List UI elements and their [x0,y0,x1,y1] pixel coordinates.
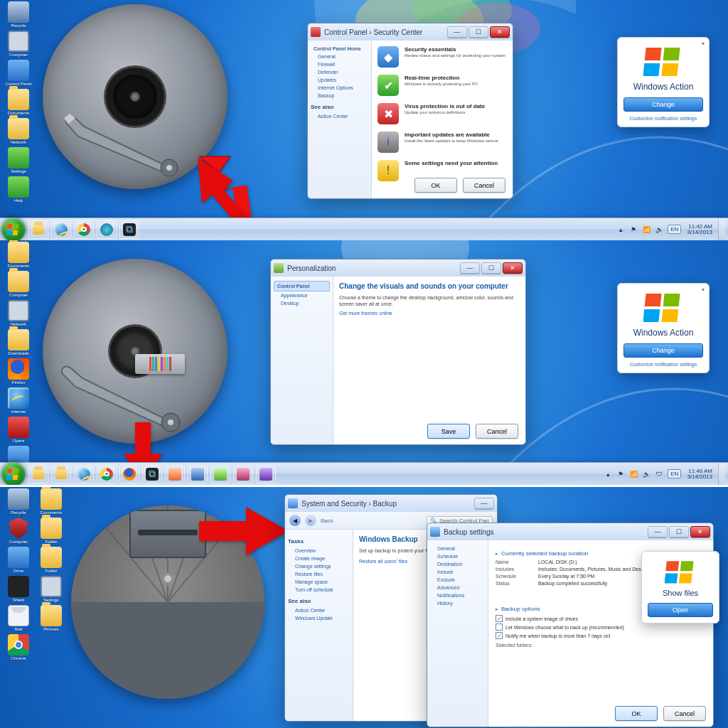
desktop-icon-firefox[interactable]: Firefox [3,358,34,385]
taskbar-pin[interactable] [51,465,71,483]
desktop-icon-settings[interactable]: Settings [3,147,34,173]
taskbar-pin[interactable] [233,465,253,483]
gadget-options-icon[interactable]: ▾ [702,41,705,47]
taskbar-pin-app[interactable]: ⧉ [119,220,139,239]
desktop-icon[interactable]: Documents [36,488,67,515]
side-item[interactable]: Create image [288,555,350,562]
taskbar-pin[interactable] [119,465,139,483]
tray-volume-icon[interactable]: 🔈 [642,470,651,478]
desktop-icon[interactable]: Shield [3,576,34,602]
close-button[interactable]: ✕ [503,262,523,274]
checkbox-row[interactable]: Let Windows choose what to back up (reco… [496,623,706,631]
side-item[interactable]: Internet Options [311,84,368,92]
side-item[interactable]: Defender [311,68,368,76]
ok-button[interactable]: OK [615,706,658,721]
security-item[interactable]: ◆ Security essentials Review status and … [378,46,507,68]
taskbar-pin[interactable]: ⧉ [142,465,162,483]
tray-network-icon[interactable]: 📶 [629,470,638,478]
close-button[interactable]: ✕ [690,526,710,537]
side-item[interactable]: Change settings [288,562,350,570]
tray-lang[interactable]: EN [668,225,681,234]
tray-volume-icon[interactable]: 🔈 [655,225,663,234]
taskbar-pin[interactable] [188,465,208,483]
tray-expand-icon[interactable]: ▴ [604,470,612,478]
taskbar-pin[interactable] [210,465,230,483]
desktop-icon[interactable]: Folder [36,518,67,544]
taskbar-pin-chrome[interactable] [74,220,94,239]
taskbar-pin[interactable] [165,465,185,483]
side-item[interactable]: Schedule [430,552,485,560]
side-item[interactable]: History [430,599,485,607]
side-item[interactable]: General [311,53,368,60]
side-item[interactable]: Manage space [288,578,350,586]
minimize-button[interactable]: — [460,262,480,274]
side-item[interactable]: Windows Update [288,614,350,622]
taskbar-pin[interactable] [256,465,276,483]
start-button[interactable] [1,462,26,486]
forward-button[interactable]: ▶ [305,515,316,526]
taskbar-pin-explorer[interactable] [28,220,48,239]
tray-flag-icon[interactable]: ⚑ [616,470,625,478]
start-button[interactable] [1,218,26,241]
ok-button[interactable]: OK [414,178,457,193]
desktop-icon-help[interactable]: Help [3,176,34,203]
cancel-button[interactable]: Cancel [463,178,505,193]
desktop-icon-mail[interactable]: Mail [3,605,34,631]
tray-shield-icon[interactable]: 🛡 [655,470,663,478]
maximize-button[interactable]: ☐ [669,526,689,537]
side-item[interactable]: Notifications [430,592,485,599]
gadget-main-button[interactable]: Change [623,97,703,112]
gadget-card[interactable]: ▾ Windows Action Change Customize notifi… [617,37,710,127]
gadget-main-button[interactable]: Open [648,603,713,617]
side-item[interactable]: Turn off schedule [288,586,350,594]
side-item[interactable]: Firewall [311,60,368,68]
desktop-icon-computer[interactable]: Computer [3,31,34,57]
tray-clock[interactable]: 11:42 AM 3/14/2013 [685,224,714,235]
show-desktop-button[interactable] [718,463,725,486]
side-item[interactable]: General [430,545,485,552]
desktop-icon[interactable]: Computer [3,518,34,544]
desktop-icon[interactable]: Recycle [3,488,34,515]
checkbox[interactable]: ✓ [496,632,503,639]
side-item[interactable]: Backup [311,92,368,100]
tray-clock[interactable]: 11:48 AM 3/14/2013 [685,469,714,480]
taskbar-pin-media[interactable] [97,220,117,239]
desktop-icon[interactable]: Pictures [36,605,67,631]
taskbar-pin-ie[interactable] [51,220,71,239]
taskbar-pin[interactable] [97,465,117,483]
security-item[interactable]: i Important updates are available Instal… [378,132,507,153]
save-button[interactable]: Save [427,424,470,439]
cancel-button[interactable]: Cancel [476,424,518,439]
maximize-button[interactable]: ☐ [481,262,501,274]
maximize-button[interactable]: ☐ [469,26,488,38]
gadget-card[interactable]: Show files Open [641,551,719,623]
window-titlebar[interactable]: Personalization — ☐ ✕ [271,259,525,277]
content-link[interactable]: Get more themes online [339,310,520,316]
side-item[interactable]: Restore files [288,570,350,578]
tray-flag-icon[interactable]: ⚑ [629,225,638,234]
desktop-icon-control[interactable]: Control Panel [3,60,34,86]
desktop-icon[interactable]: Documents [3,242,34,268]
desktop-icon-chrome[interactable]: Chrome [3,634,34,660]
close-button[interactable]: ✕ [490,26,510,38]
side-item[interactable]: Action Center [288,606,350,614]
gadget-card[interactable]: ▾ Windows Action Change Customize notifi… [617,283,710,373]
show-desktop-button[interactable] [718,218,725,241]
gadget-options-icon[interactable]: ▾ [702,287,705,293]
tray-lang[interactable]: EN [668,469,681,478]
security-item[interactable]: ✖ Virus protection is out of date Update… [378,103,507,124]
side-item[interactable]: Updates [311,76,368,84]
taskbar-pin[interactable] [28,465,48,483]
side-item[interactable]: Destination [430,560,485,568]
personalization-window[interactable]: Personalization — ☐ ✕ Control Panel Appe… [270,259,526,445]
cancel-button[interactable]: Cancel [663,706,706,721]
desktop-icon-opera[interactable]: Opera [3,417,34,443]
minimize-button[interactable]: — [648,526,668,537]
window-titlebar[interactable]: Backup settings — ☐ ✕ [427,523,713,540]
desktop-icon-docs[interactable]: Documents [3,89,34,115]
desktop-icon[interactable]: Settings [36,576,67,602]
desktop-icon-recycle[interactable]: Recycle [3,1,34,28]
desktop-icon-net[interactable]: Network [3,118,34,144]
side-item[interactable]: Action Center [311,112,368,120]
security-center-window[interactable]: Control Panel › Security Center — ☐ ✕ Co… [307,23,513,199]
